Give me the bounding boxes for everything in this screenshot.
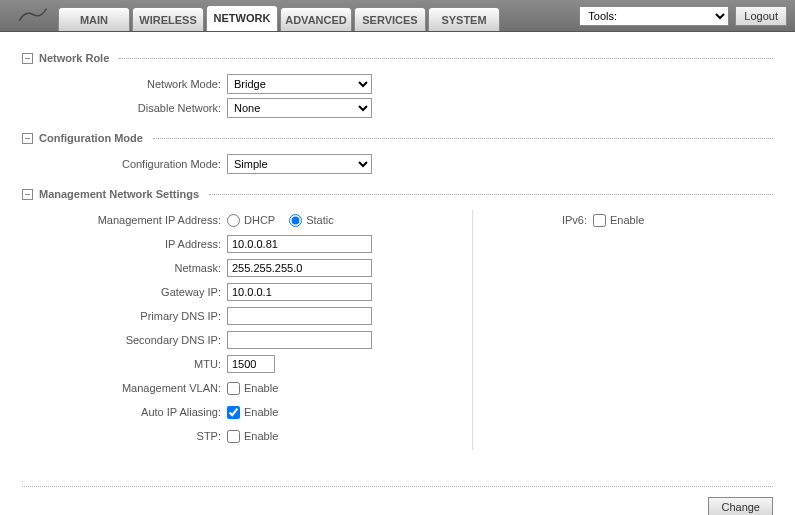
section-title: Management Network Settings [39, 188, 199, 200]
tab-main[interactable]: MAIN [58, 7, 130, 31]
ipv6-checkbox[interactable] [593, 214, 606, 227]
collapse-icon[interactable]: – [22, 53, 33, 64]
static-label: Static [306, 214, 334, 226]
top-bar: MAIN WIRELESS NETWORK ADVANCED SERVICES … [0, 0, 795, 32]
collapse-icon[interactable]: – [22, 133, 33, 144]
tab-system[interactable]: SYSTEM [428, 7, 500, 31]
disable-network-select[interactable]: None [227, 98, 372, 118]
autoip-label: Auto IP Aliasing: [22, 406, 227, 418]
tab-services[interactable]: SERVICES [354, 7, 426, 31]
ip-address-label: IP Address: [22, 238, 227, 250]
section-title: Network Role [39, 52, 109, 64]
gateway-label: Gateway IP: [22, 286, 227, 298]
divider [209, 194, 773, 195]
vlan-enable-label: Enable [244, 382, 278, 394]
mgmt-left-column: Management IP Address: DHCP Static IP Ad… [22, 210, 472, 450]
collapse-icon[interactable]: – [22, 189, 33, 200]
ip-address-input[interactable] [227, 235, 372, 253]
stp-label: STP: [22, 430, 227, 442]
stp-checkbox[interactable] [227, 430, 240, 443]
tab-advanced[interactable]: ADVANCED [280, 7, 352, 31]
section-network-role: – Network Role Network Mode: Bridge Disa… [22, 52, 773, 118]
tab-network[interactable]: NETWORK [206, 5, 278, 31]
vlan-checkbox[interactable] [227, 382, 240, 395]
netmask-input[interactable] [227, 259, 372, 277]
dhcp-label: DHCP [244, 214, 275, 226]
gateway-input[interactable] [227, 283, 372, 301]
brand-logo-icon [8, 0, 58, 32]
ipv6-enable-label: Enable [610, 214, 644, 226]
tools-select[interactable]: Tools: [579, 6, 729, 26]
config-mode-label: Configuration Mode: [22, 158, 227, 170]
mgmt-right-column: IPv6: Enable [472, 210, 773, 450]
primary-dns-input[interactable] [227, 307, 372, 325]
stp-enable-label: Enable [244, 430, 278, 442]
autoip-checkbox[interactable] [227, 406, 240, 419]
footer: Change [22, 486, 773, 515]
primary-dns-label: Primary DNS IP: [22, 310, 227, 322]
section-title: Configuration Mode [39, 132, 143, 144]
dhcp-radio[interactable] [227, 214, 240, 227]
secondary-dns-label: Secondary DNS IP: [22, 334, 227, 346]
mtu-label: MTU: [22, 358, 227, 370]
disable-network-label: Disable Network: [22, 102, 227, 114]
section-config-mode: – Configuration Mode Configuration Mode:… [22, 132, 773, 174]
divider [153, 138, 773, 139]
secondary-dns-input[interactable] [227, 331, 372, 349]
nav-tabs: MAIN WIRELESS NETWORK ADVANCED SERVICES … [58, 0, 502, 31]
autoip-enable-label: Enable [244, 406, 278, 418]
logout-button[interactable]: Logout [735, 6, 787, 26]
vlan-label: Management VLAN: [22, 382, 227, 394]
network-mode-label: Network Mode: [22, 78, 227, 90]
netmask-label: Netmask: [22, 262, 227, 274]
divider [119, 58, 773, 59]
change-button[interactable]: Change [708, 497, 773, 515]
static-radio[interactable] [289, 214, 302, 227]
network-mode-select[interactable]: Bridge [227, 74, 372, 94]
mgmt-ip-label: Management IP Address: [22, 214, 227, 226]
content: – Network Role Network Mode: Bridge Disa… [0, 32, 795, 474]
tab-wireless[interactable]: WIRELESS [132, 7, 204, 31]
top-right-controls: Tools: Logout [579, 6, 795, 26]
mtu-input[interactable] [227, 355, 275, 373]
section-mgmt-settings: – Management Network Settings Management… [22, 188, 773, 450]
ipv6-label: IPv6: [493, 214, 593, 226]
config-mode-select[interactable]: Simple [227, 154, 372, 174]
